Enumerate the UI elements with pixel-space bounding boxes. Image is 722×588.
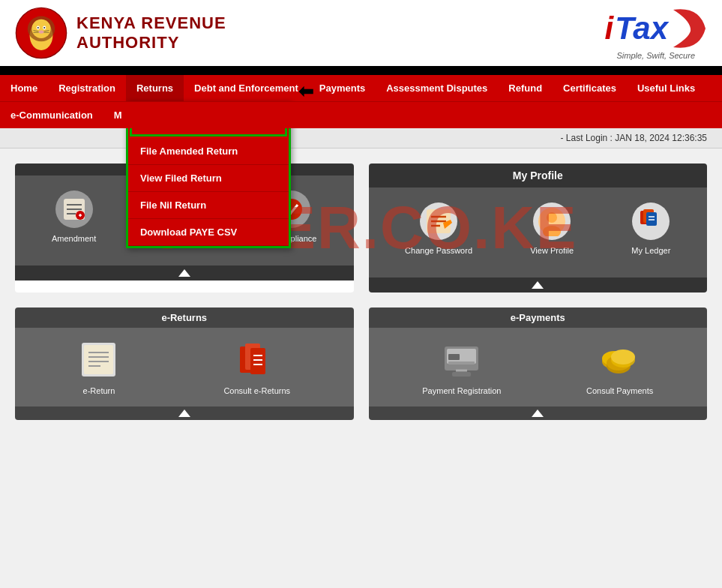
- itax-i: i: [605, 10, 614, 46]
- bottom-panels: e-Returns e-Return: [0, 308, 722, 435]
- svg-point-4: [31, 20, 50, 38]
- svg-point-8: [43, 27, 45, 28]
- kra-name: Kenya Revenue Authority: [76, 14, 226, 53]
- org-name-line2: Authority: [76, 33, 226, 52]
- nav-registration[interactable]: Registration: [48, 75, 126, 101]
- consult-e-returns-label: Consult e-Returns: [223, 386, 290, 395]
- org-name-line1: Kenya Revenue: [76, 14, 226, 33]
- itax-swoosh: [670, 6, 707, 51]
- amendment-icon-item[interactable]: Amendment: [52, 190, 96, 250]
- e-returns-footer: [15, 406, 354, 420]
- kra-lion-logo: [15, 7, 67, 59]
- my-ledger-label: My Ledger: [631, 246, 670, 255]
- my-profile-icons: Change Password View Profile: [369, 188, 708, 278]
- change-password-icon: [420, 202, 457, 240]
- change-password-label: Change Password: [405, 246, 472, 255]
- itax-tax: Tax: [615, 10, 668, 46]
- e-returns-scroll-up[interactable]: [178, 410, 190, 417]
- svg-point-61: [611, 350, 635, 364]
- consult-payments-label: Consult Payments: [586, 386, 653, 395]
- nav-assessment-disputes[interactable]: Assessment Disputes: [376, 75, 498, 101]
- login-info-bar: - Last Login : JAN 18, 2024 12:36:35: [0, 128, 722, 148]
- svg-rect-55: [452, 372, 471, 376]
- payment-registration-item[interactable]: Payment Registration: [422, 339, 501, 395]
- e-payments-footer: [369, 406, 708, 420]
- nav-refund[interactable]: Refund: [498, 75, 553, 101]
- change-password-item[interactable]: Change Password: [405, 202, 472, 262]
- nav-debt-enforcement[interactable]: Debt and Enforcement: [184, 75, 309, 101]
- itax-tagline: Simple, Swift, Secure: [616, 51, 695, 60]
- my-profile-footer: [369, 278, 708, 292]
- view-profile-icon: [533, 202, 571, 240]
- svg-rect-46: [250, 348, 265, 374]
- menu-download-paye-csv[interactable]: Download PAYE CSV: [128, 219, 289, 246]
- secondary-nav: e-Communication M: [0, 101, 722, 128]
- e-returns-header: e-Returns: [15, 308, 354, 328]
- nav-home[interactable]: Home: [0, 75, 48, 101]
- menu-file-amended-return[interactable]: File Amended Return: [128, 138, 289, 165]
- e-return-label: e-Return: [83, 386, 115, 395]
- amendment-icon: [55, 190, 93, 228]
- e-return-item[interactable]: e-Return: [78, 339, 119, 395]
- my-ledger-item[interactable]: My Ledger: [631, 202, 670, 262]
- e-returns-content: e-Return Consult e-Returns: [15, 328, 354, 406]
- svg-point-31: [547, 212, 557, 223]
- svg-point-9: [39, 31, 44, 34]
- svg-rect-39: [84, 345, 113, 374]
- e-return-icon: [78, 339, 119, 380]
- menu-file-nil-return[interactable]: File Nil Return: [128, 192, 289, 219]
- e-returns-panel: e-Returns e-Return: [15, 308, 354, 420]
- svg-rect-52: [448, 354, 460, 360]
- quick-links-footer: [15, 266, 354, 280]
- e-payments-panel: e-Payments Payment Registration: [369, 308, 708, 420]
- nav-returns[interactable]: Returns: [126, 75, 184, 101]
- e-payments-scroll-up[interactable]: [532, 410, 544, 417]
- nav-returns-container: Returns File Return File Amended Return …: [126, 75, 184, 101]
- scroll-up-indicator[interactable]: [178, 269, 190, 277]
- my-profile-panel: My Profile Change Password View Profile: [369, 164, 708, 292]
- consult-payments-icon: [599, 339, 640, 380]
- payment-registration-icon: [441, 339, 482, 380]
- svg-rect-53: [448, 362, 475, 364]
- nav-certificates[interactable]: Certificates: [553, 75, 627, 101]
- main-nav: Home Registration Returns File Return Fi…: [0, 75, 722, 101]
- profile-scroll-up[interactable]: [532, 281, 544, 289]
- black-separator: [0, 69, 722, 75]
- svg-point-7: [37, 27, 39, 28]
- svg-rect-35: [646, 212, 657, 226]
- consult-payments-item[interactable]: Consult Payments: [586, 339, 653, 395]
- itax-logo-container: i Tax Simple, Swift, Secure: [605, 6, 708, 60]
- nav-payments[interactable]: Payments: [309, 75, 376, 101]
- logo-left: Kenya Revenue Authority: [15, 7, 226, 59]
- view-profile-label: View Profile: [530, 246, 574, 255]
- my-ledger-icon: [632, 202, 670, 240]
- main-content-area: CYBER.CO.KE Amendment e-Cancellation: [0, 148, 722, 308]
- nav-useful-links[interactable]: Useful Links: [627, 75, 706, 101]
- last-login-text: - Last Login : JAN 18, 2024 12:36:35: [561, 133, 707, 143]
- page-header: Kenya Revenue Authority i Tax Simple, Sw…: [0, 0, 722, 69]
- nav-m[interactable]: M: [103, 102, 133, 128]
- menu-view-filed-return[interactable]: View Filed Return: [128, 165, 289, 192]
- dropdown-arrow: ⬅: [298, 81, 313, 102]
- view-profile-item[interactable]: View Profile: [530, 202, 574, 262]
- my-profile-header: My Profile: [369, 164, 708, 188]
- payment-registration-label: Payment Registration: [422, 386, 501, 395]
- nav-e-communication[interactable]: e-Communication: [0, 102, 103, 128]
- consult-e-returns-item[interactable]: Consult e-Returns: [223, 339, 290, 395]
- e-payments-header: e-Payments: [369, 308, 708, 328]
- consult-e-returns-icon: [236, 339, 277, 380]
- amendment-label: Amendment: [52, 234, 96, 243]
- e-payments-content: Payment Registration Consult Payments: [369, 328, 708, 406]
